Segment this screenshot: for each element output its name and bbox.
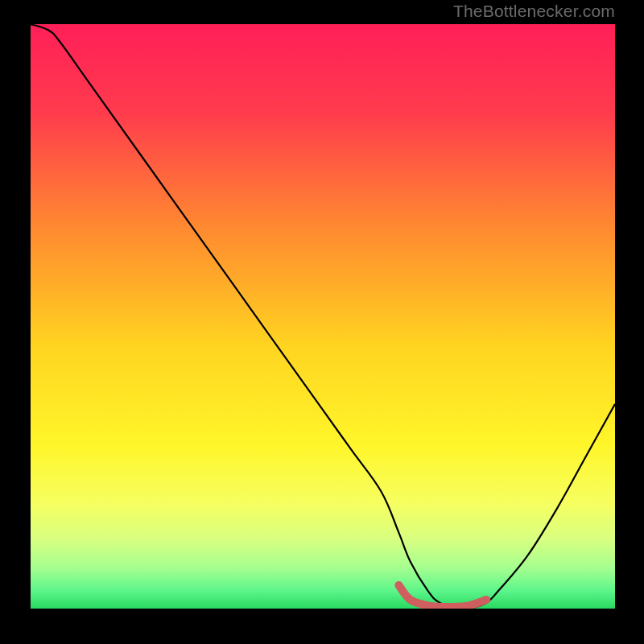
optimal-range-marker <box>398 585 486 607</box>
watermark-label: TheBottlenecker.com <box>453 2 615 21</box>
bottleneck-curve <box>31 24 615 609</box>
chart-frame: TheBottlenecker.com <box>0 0 644 644</box>
plot-area <box>31 24 615 609</box>
chart-lines <box>31 24 615 609</box>
